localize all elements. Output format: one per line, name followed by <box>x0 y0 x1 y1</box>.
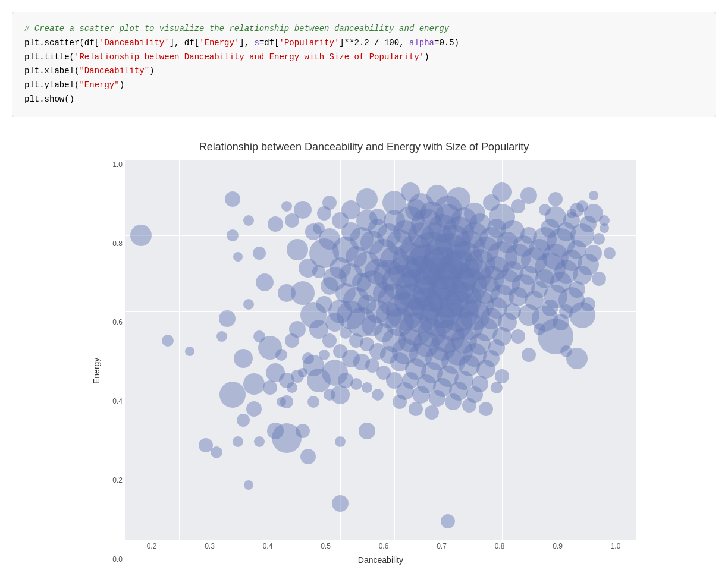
scatter-dot <box>425 405 439 420</box>
scatter-dot <box>237 414 250 427</box>
scatter-dot <box>287 382 297 393</box>
scatter-dot <box>219 382 246 408</box>
y-tick: 1.0 <box>105 160 123 169</box>
y-tick: 0.4 <box>105 397 123 405</box>
code-line-5: plt.show() <box>24 93 704 107</box>
scatter-dot <box>275 349 287 361</box>
plot-area <box>125 159 636 540</box>
scatter-dot <box>359 423 375 439</box>
scatter-dot <box>243 373 265 395</box>
scatter-dot <box>234 349 253 368</box>
scatter-dot <box>227 229 239 241</box>
scatter-dot <box>566 348 588 369</box>
grid-line-v <box>179 159 180 540</box>
scatter-dot <box>246 401 262 417</box>
scatter-dot <box>268 216 283 232</box>
plot-and-xaxis: 0.2 0.3 0.4 0.5 0.6 0.7 0.8 0.9 1.0 Danc… <box>125 159 636 565</box>
scatter-dot <box>593 233 605 245</box>
code-line-2: plt.title('Relationship between Danceabi… <box>24 51 704 65</box>
scatter-dot <box>522 348 536 362</box>
scatter-dot <box>592 272 606 286</box>
scatter-dot <box>281 201 292 212</box>
scatter-dot <box>253 247 266 260</box>
y-tick: 0.6 <box>105 318 123 326</box>
code-line-4: plt.ylabel("Energy") <box>24 78 704 93</box>
scatter-dot <box>548 192 563 206</box>
code-comment: # Create a scatter plot to visualize the… <box>24 22 704 36</box>
scatter-dot <box>362 382 372 393</box>
scatter-dot <box>294 201 312 219</box>
scatter-dot <box>604 247 616 259</box>
scatter-dot <box>356 188 378 210</box>
scatter-dot <box>511 329 525 344</box>
y-tick: 0.0 <box>105 555 123 563</box>
scatter-dot <box>576 200 588 212</box>
scatter-dot <box>211 446 222 458</box>
code-block: # Create a scatter plot to visualize the… <box>12 12 716 117</box>
x-tick: 0.3 <box>195 542 225 550</box>
chart-container: Relationship between Danceability and En… <box>12 135 716 571</box>
x-axis-label: Danceability <box>125 555 636 565</box>
grid-line-h <box>125 464 636 464</box>
x-tick: 0.7 <box>427 542 457 550</box>
y-axis-label: Energy <box>92 159 101 565</box>
scatter-dot <box>319 350 330 360</box>
y-tick: 0.8 <box>105 240 123 248</box>
scatter-dot <box>313 222 325 234</box>
scatter-dot <box>287 239 308 260</box>
scatter-dot <box>331 385 350 404</box>
scatter-dot <box>280 395 293 408</box>
scatter-dot <box>254 436 265 447</box>
x-tick: 1.0 <box>601 542 630 550</box>
grid-line-h <box>125 159 636 160</box>
scatter-dot <box>225 191 240 207</box>
scatter-dot <box>350 378 362 390</box>
scatter-dot <box>322 196 337 210</box>
chart-title: Relationship between Danceability and En… <box>199 141 529 153</box>
scatter-dot <box>581 297 595 311</box>
scatter-dot <box>589 191 598 200</box>
y-tick: 0.2 <box>105 476 123 484</box>
x-tick: 0.8 <box>485 542 514 550</box>
x-ticks-area: 0.2 0.3 0.4 0.5 0.6 0.7 0.8 0.9 1.0 <box>125 542 636 550</box>
grid-line-v <box>233 159 233 540</box>
scatter-dot <box>244 480 253 490</box>
grid-line-v <box>610 159 610 540</box>
scatter-dot <box>296 424 310 438</box>
scatter-dot <box>233 252 243 262</box>
scatter-dot <box>369 209 386 225</box>
chart-wrapper: Energy 1.0 0.8 0.6 0.4 0.2 0.0 0.2 0.3 0… <box>92 159 636 565</box>
y-ticks-area: 1.0 0.8 0.6 0.4 0.2 0.0 <box>105 159 123 565</box>
scatter-dot <box>307 396 319 408</box>
scatter-dot <box>585 245 602 262</box>
scatter-dot <box>162 335 174 347</box>
scatter-dot <box>495 369 509 383</box>
scatter-dot <box>185 347 194 356</box>
scatter-dot <box>322 333 337 348</box>
scatter-dot <box>441 514 455 528</box>
scatter-dot <box>539 204 551 216</box>
scatter-dot <box>216 331 227 342</box>
scatter-dot <box>372 389 384 401</box>
grid-line-v <box>125 159 125 540</box>
scatter-dot <box>130 225 152 246</box>
scatter-dot <box>233 436 243 447</box>
code-line-1: plt.scatter(df['Danceability'], df['Ener… <box>24 36 704 51</box>
scatter-dot <box>409 402 423 416</box>
x-tick: 0.9 <box>543 542 573 550</box>
grid-line-h <box>125 388 636 388</box>
scatter-dot <box>243 215 254 226</box>
scatter-dot <box>479 402 493 416</box>
scatter-dot <box>492 182 512 202</box>
scatter-dot <box>464 203 485 224</box>
scatter-dot <box>332 495 349 512</box>
scatter-dot <box>256 273 274 291</box>
x-tick: 0.4 <box>253 542 283 550</box>
scatter-dot <box>567 209 576 218</box>
scatter-dot <box>219 310 236 327</box>
scatter-dot <box>599 215 610 226</box>
code-func: plt.scatter(df[ <box>24 38 99 48</box>
x-tick: 0.6 <box>369 542 398 550</box>
scatter-dot <box>300 449 316 464</box>
x-tick: 0.5 <box>311 542 341 550</box>
